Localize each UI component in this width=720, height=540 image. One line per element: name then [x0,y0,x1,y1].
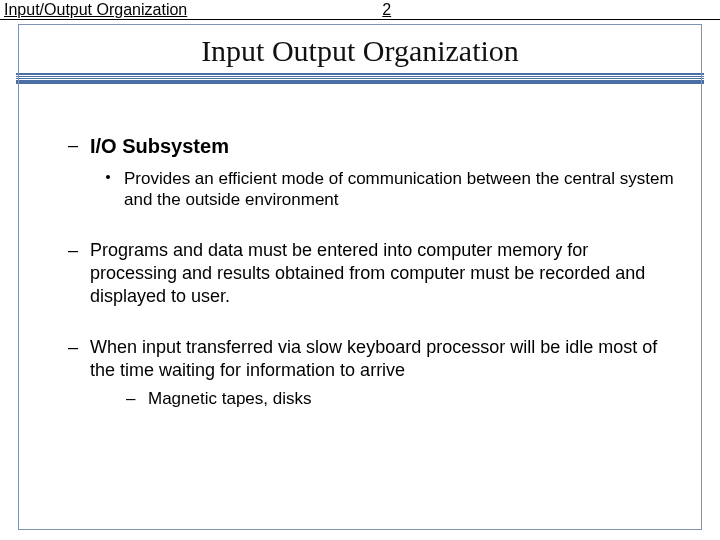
slide-topic: Input/Output Organization [4,1,187,19]
slide-page-number: 2 [382,1,391,19]
list-sub-item: Provides an efficient mode of communicat… [90,168,678,212]
list-item: – Programs and data must be entered into… [62,239,678,308]
slide-title: Input Output Organization [0,34,720,68]
list-item: – I/O Subsystem Provides an efficient mo… [62,134,678,211]
list-item: – When input transferred via slow keyboa… [62,336,678,410]
slide: Input/Output Organization 2 Input Output… [0,0,720,540]
title-area: Input Output Organization [0,20,720,70]
list-sub-item: – Magnetic tapes, disks [90,388,678,410]
dash-icon: – [68,336,78,359]
slide-content: – I/O Subsystem Provides an efficient mo… [0,84,720,410]
item-text: Programs and data must be entered into c… [90,240,645,306]
title-underline-rules [16,73,704,84]
dash-icon: – [126,388,135,410]
item-heading: I/O Subsystem [90,135,229,157]
dash-icon: – [68,134,78,157]
item-text: Provides an efficient mode of communicat… [124,169,674,210]
slide-header: Input/Output Organization 2 [0,0,720,20]
item-text: When input transferred via slow keyboard… [90,337,657,380]
item-text: Magnetic tapes, disks [148,389,311,408]
dash-icon: – [68,239,78,262]
bullet-icon [106,175,110,179]
